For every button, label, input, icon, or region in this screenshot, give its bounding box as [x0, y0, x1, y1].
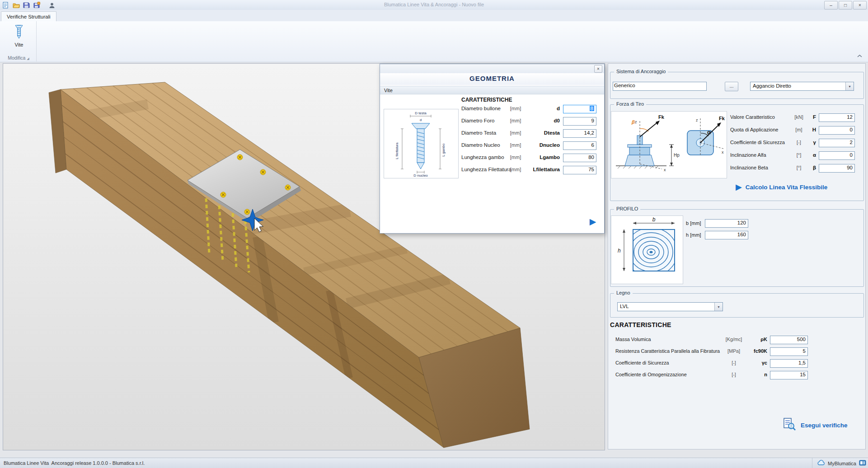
field-symbol: d — [516, 106, 560, 111]
input-lfilettatura[interactable]: 75 — [563, 166, 596, 174]
h-label: h [mm] — [686, 232, 701, 238]
field-unit: [m] — [790, 127, 808, 132]
dropdown-arrow-icon[interactable]: ▼ — [845, 82, 854, 90]
field-unit: [kN] — [790, 114, 808, 120]
legno-caratteristiche-heading: CARATTERISTICHE — [610, 321, 671, 328]
field-symbol: F — [806, 114, 816, 120]
minimize-button[interactable]: – — [824, 1, 838, 9]
input-gammac[interactable]: 1,5 — [770, 359, 808, 368]
esegui-label: Esegui verifiche — [801, 422, 848, 429]
geometria-close-button[interactable]: × — [594, 65, 602, 73]
input-n[interactable]: 15 — [770, 371, 808, 379]
field-symbol: Dnucleo — [516, 142, 560, 148]
diagram-label-h: h — [618, 248, 621, 254]
field-symbol: Lgambo — [516, 154, 560, 160]
tab-verifiche-strutturali[interactable]: Verifiche Strutturali — [1, 11, 56, 21]
field-symbol: γc — [743, 360, 767, 365]
legno-dropdown[interactable]: LVL ▼ — [617, 302, 723, 311]
legno-dropdown-value: LVL — [620, 304, 629, 309]
field-label: Inclinazione Alfa — [730, 152, 766, 158]
profilo-diagram: b h — [611, 215, 683, 284]
myblumatica-area[interactable]: MyBlumatica — [812, 458, 866, 468]
screw-icon — [13, 24, 25, 41]
forza-row: Quota di Applicazione [m] H 0 — [608, 126, 864, 135]
geometria-panel: × GEOMETRIA Vite D testa d — [380, 64, 605, 234]
field-label: Quota di Applicazione — [730, 127, 778, 132]
legno-row: Coefficiente di Omogenizzazione [-] n 15 — [608, 371, 864, 379]
dropdown-arrow-icon[interactable]: ▼ — [714, 303, 723, 311]
cloud-icon — [817, 459, 825, 468]
field-label: Diametro Testa — [461, 130, 496, 136]
input-d[interactable]: 8 — [563, 105, 596, 113]
input-h[interactable]: 160 — [705, 231, 748, 239]
status-bar: Blumatica Linee Vita Ancoraggi release 1… — [0, 458, 868, 468]
input-rhoK[interactable]: 500 — [770, 336, 808, 344]
geometria-confirm-button[interactable]: ▶ — [587, 216, 599, 227]
esegui-verifiche-button[interactable]: Esegui verifiche — [780, 416, 850, 434]
ribbon-group-label: Modifica◢ — [1, 55, 36, 61]
browse-button[interactable]: ... — [725, 82, 738, 91]
field-label: Coefficiente di Sicurezza — [615, 360, 669, 365]
legno-row: Coefficiente di Sicurezza [-] γc 1,5 — [608, 359, 864, 368]
screw-marker — [260, 169, 266, 175]
calcolo-label: Calcolo Linea Vita Flessibile — [746, 184, 827, 191]
input-dtesta[interactable]: 14,2 — [563, 129, 596, 138]
input-F[interactable]: 12 — [819, 113, 855, 122]
field-symbol: fc90K — [743, 348, 767, 354]
legno-row: Massa Volumica [Kg/mc] ρK 500 — [608, 336, 864, 344]
field-symbol: Dtesta — [516, 130, 560, 136]
field-symbol: γ — [806, 140, 816, 145]
field-symbol: Lfilettatura — [516, 167, 560, 172]
screw-marker — [221, 192, 226, 197]
ribbon-tab-strip: Verifiche Strutturali — [0, 10, 868, 21]
geometria-row: Diametro Nucleo [mm] Dnucleo 6 — [380, 141, 604, 150]
calcolo-linea-vita-button[interactable]: ▶ Calcolo Linea Vita Flessibile — [736, 183, 827, 191]
maximize-button[interactable]: □ — [839, 1, 852, 9]
input-alfa[interactable]: 0 — [819, 151, 855, 160]
verify-report-icon — [783, 417, 796, 433]
status-text: Blumatica Linee Vita Ancoraggi release 1… — [4, 460, 145, 466]
geometria-row: Diametro Foro [mm] d0 9 — [380, 117, 604, 126]
field-label: Coefficiente di Sicurezza — [730, 140, 785, 145]
ribbon-collapse-button[interactable] — [855, 53, 863, 59]
field-label: Inclinazione Beta — [730, 165, 768, 170]
field-symbol: d0 — [516, 118, 560, 123]
geometria-panel-header: × — [380, 64, 604, 73]
field-symbol: n — [743, 372, 767, 377]
forza-row: Inclinazione Alfa [°] α 0 — [608, 151, 864, 160]
geometria-title: GEOMETRIA — [380, 73, 604, 85]
close-button[interactable]: × — [853, 1, 867, 9]
anchor-name-input[interactable]: Generico — [613, 82, 707, 91]
aggancio-dropdown[interactable]: Aggancio Diretto ▼ — [750, 82, 854, 91]
myblumatica-label: MyBlumatica — [828, 461, 856, 466]
vite-button-label: Vite — [15, 42, 23, 47]
input-d0[interactable]: 9 — [563, 117, 596, 126]
input-H[interactable]: 0 — [819, 126, 855, 135]
field-label: Resistenza Caratteristica Parallela alla… — [615, 348, 720, 354]
input-dnucleo[interactable]: 6 — [563, 141, 596, 150]
application-window: Blumatica Linee Vita & Ancoraggi - Nuovo… — [0, 0, 868, 468]
input-gamma[interactable]: 2 — [819, 139, 855, 147]
play-icon: ▶ — [736, 183, 742, 191]
forza-row: Coefficiente di Sicurezza [-] γ 2 — [608, 139, 864, 147]
forza-row: Valore Caratteristico [kN] F 12 — [608, 113, 864, 122]
geometria-section-vite: Vite — [380, 86, 604, 94]
input-lgambo[interactable]: 80 — [563, 154, 596, 162]
b-label: b [mm] — [686, 220, 701, 226]
vite-button[interactable]: Vite — [6, 23, 32, 52]
diagram-label-b: b — [652, 216, 656, 223]
field-label: Coefficiente di Omogenizzazione — [615, 372, 687, 377]
input-b[interactable]: 120 — [705, 219, 748, 228]
ribbon-group-modifica: Vite Modifica◢ — [1, 21, 37, 61]
input-beta[interactable]: 90 — [819, 164, 855, 173]
screw-marker — [285, 185, 291, 190]
group-label: Legno — [614, 290, 633, 295]
input-fc90K[interactable]: 5 — [770, 347, 808, 356]
aggancio-dropdown-value: Aggancio Diretto — [753, 83, 791, 89]
field-label: Diametro Nucleo — [461, 142, 500, 148]
field-symbol: β — [806, 165, 816, 170]
panel-toggle-icon[interactable] — [859, 459, 866, 468]
field-unit: [°] — [790, 152, 808, 158]
dialog-launcher-icon[interactable]: ◢ — [27, 57, 29, 60]
group-label: PROFILO — [614, 206, 640, 211]
